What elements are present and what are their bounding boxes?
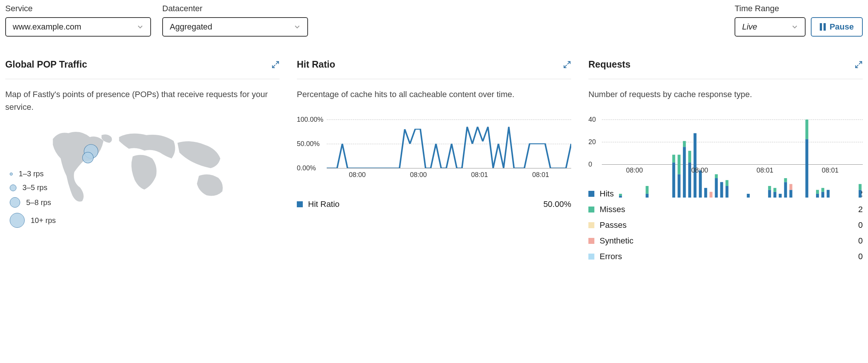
x-tick: 08:00	[349, 171, 366, 179]
expand-icon[interactable]	[271, 60, 280, 69]
svg-rect-2	[619, 196, 622, 198]
pause-icon	[820, 23, 826, 31]
x-tick: 08:00	[691, 167, 708, 174]
req-legend-row: Errors0	[588, 252, 863, 261]
datacenter-label: Datacenter	[162, 4, 308, 13]
hit-metric-value: 50.00%	[543, 199, 571, 209]
svg-rect-34	[805, 120, 808, 139]
svg-rect-38	[821, 188, 824, 192]
legend-bubble-icon	[10, 184, 16, 191]
req-legend-row: Synthetic0	[588, 236, 863, 246]
datacenter-select[interactable]: Aggregated	[162, 17, 308, 37]
svg-rect-28	[779, 194, 782, 198]
y-tick: 40	[588, 116, 596, 124]
x-tick: 08:00	[410, 171, 427, 179]
expand-icon[interactable]	[563, 60, 571, 69]
datacenter-value: Aggregated	[170, 22, 212, 32]
chevron-down-icon	[294, 24, 301, 30]
svg-rect-31	[789, 190, 792, 198]
svg-rect-35	[816, 194, 819, 198]
svg-rect-41	[859, 184, 862, 190]
svg-rect-24	[768, 190, 771, 198]
svg-rect-20	[720, 182, 723, 198]
x-tick: 08:01	[757, 167, 773, 174]
chevron-down-icon	[791, 24, 798, 30]
map-legend-row: 5–8 rps	[10, 197, 56, 208]
expand-icon[interactable]	[855, 60, 863, 69]
svg-rect-17	[710, 192, 712, 198]
map-legend-row: 10+ rps	[10, 213, 56, 228]
svg-rect-8	[678, 174, 681, 198]
svg-rect-27	[773, 188, 776, 192]
timerange-label: Time Range	[735, 4, 806, 13]
service-select[interactable]: www.example.com	[5, 17, 151, 37]
y-tick: 50.00%	[297, 140, 320, 148]
service-value: www.example.com	[13, 22, 81, 32]
legend-label: Errors	[600, 252, 622, 261]
svg-rect-18	[715, 178, 718, 198]
map-legend-row: 1–3 rps	[10, 170, 56, 178]
svg-rect-37	[821, 192, 824, 198]
legend-label: Misses	[600, 205, 625, 214]
svg-rect-21	[726, 186, 729, 198]
legend-value: 0	[858, 252, 863, 261]
hit-card-desc: Percentage of cache hits to all cacheabl…	[297, 88, 571, 114]
svg-rect-23	[747, 194, 750, 198]
y-tick: 0	[588, 161, 592, 168]
legend-label: 1–3 rps	[19, 170, 44, 178]
req-card-title: Requests	[588, 59, 631, 70]
svg-point-1	[83, 152, 93, 163]
legend-value: 0	[858, 236, 863, 246]
timerange-value: Live	[742, 22, 757, 32]
x-tick: 08:01	[471, 171, 488, 179]
pop-card-desc: Map of Fastly's points of presence (POPs…	[5, 88, 280, 114]
svg-rect-15	[699, 170, 702, 198]
swatch-icon	[588, 207, 594, 212]
svg-rect-16	[704, 188, 707, 198]
svg-rect-19	[715, 174, 718, 178]
legend-value: 2	[858, 205, 863, 214]
legend-label: Synthetic	[600, 236, 634, 246]
timerange-select[interactable]: Live	[735, 17, 806, 37]
pop-map: 1–3 rps3–5 rps5–8 rps10+ rps	[5, 120, 280, 213]
y-tick: 0.00%	[297, 164, 316, 172]
pop-card-title: Global POP Traffic	[5, 59, 87, 70]
svg-rect-25	[768, 186, 771, 190]
requests-chart: 40 20 0 08:0008:0008:0108:01	[588, 120, 863, 179]
svg-rect-40	[859, 190, 862, 198]
x-tick: 08:01	[532, 171, 549, 179]
svg-rect-36	[816, 190, 819, 193]
chevron-down-icon	[137, 24, 144, 30]
legend-label: 3–5 rps	[22, 183, 47, 192]
hit-metric-label: Hit Ratio	[308, 199, 339, 209]
legend-bubble-icon	[10, 173, 13, 176]
swatch-icon	[588, 238, 594, 244]
svg-rect-4	[646, 194, 649, 198]
legend-label: 10+ rps	[31, 216, 56, 225]
svg-rect-22	[726, 180, 729, 186]
svg-rect-13	[688, 151, 691, 162]
svg-rect-7	[672, 155, 675, 162]
map-legend-row: 3–5 rps	[10, 183, 56, 192]
pause-button[interactable]: Pause	[811, 17, 863, 37]
pause-button-label: Pause	[829, 22, 854, 32]
x-tick: 08:00	[626, 167, 643, 174]
svg-rect-3	[619, 194, 622, 196]
swatch-icon	[297, 201, 303, 207]
x-tick: 08:01	[822, 167, 838, 174]
service-label: Service	[5, 4, 151, 13]
swatch-icon	[588, 222, 594, 228]
hit-ratio-chart: 100.00% 50.00% 0.00% 08:0008:0008:0108:0…	[297, 120, 571, 183]
svg-rect-39	[827, 190, 829, 198]
swatch-icon	[588, 191, 594, 197]
svg-rect-30	[784, 178, 787, 182]
req-legend-row: Passes0	[588, 220, 863, 230]
legend-label: 5–8 rps	[26, 198, 51, 207]
legend-label: Passes	[600, 220, 627, 230]
svg-rect-5	[646, 186, 649, 194]
y-tick: 100.00%	[297, 116, 323, 124]
legend-value: 0	[858, 220, 863, 230]
swatch-icon	[588, 254, 594, 260]
legend-bubble-icon	[10, 197, 20, 208]
hit-card-title: Hit Ratio	[297, 59, 335, 70]
